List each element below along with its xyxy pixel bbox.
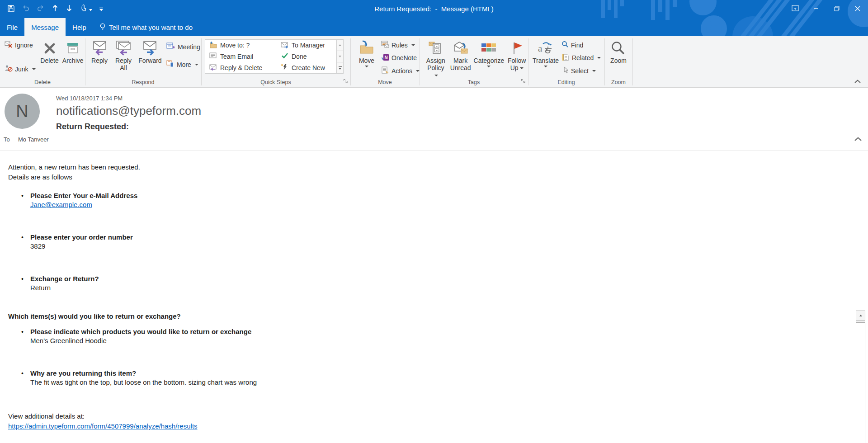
to-manager-icon: [281, 41, 289, 50]
more-button[interactable]: More: [166, 60, 200, 69]
dropdown-caret-icon: [416, 70, 420, 72]
ribbon: Ignore Junk Delete Archive Reply: [0, 36, 868, 88]
ignore-button[interactable]: Ignore: [5, 41, 38, 49]
onenote-button[interactable]: N OneNote: [381, 54, 420, 62]
previous-item-button[interactable]: [52, 4, 59, 14]
junk-button[interactable]: Junk: [5, 65, 38, 73]
collapse-header-chevron-icon[interactable]: [854, 135, 862, 143]
dropdown-caret-icon: [544, 66, 547, 67]
dropdown-caret-icon: [32, 68, 36, 70]
close-button[interactable]: [847, 0, 868, 18]
quick-step-reply-delete[interactable]: Reply & Delete: [205, 62, 277, 73]
reply-all-button[interactable]: Reply All: [111, 38, 136, 71]
tab-help[interactable]: Help: [66, 18, 93, 36]
group-respond: Reply Reply All Forward Meeting More: [85, 36, 201, 77]
ribbon-display-options-button[interactable]: [785, 0, 806, 18]
zoom-button[interactable]: Zoom: [606, 38, 631, 64]
list-item: Exchange or Return? Return: [30, 274, 841, 292]
reply-button[interactable]: Reply: [88, 38, 111, 64]
sender-address[interactable]: notifications@typeform.com: [56, 104, 201, 118]
gallery-more-button[interactable]: [337, 62, 344, 74]
message-date: Wed 10/18/2017 1:34 PM: [56, 95, 123, 102]
results-link[interactable]: https://admin.typeform.com/form/4507999/…: [8, 422, 198, 430]
answer-text: Return: [30, 283, 841, 292]
restore-icon: [834, 5, 840, 13]
select-button[interactable]: Select: [561, 66, 601, 75]
related-button[interactable]: Related: [561, 54, 601, 62]
ignore-label: Ignore: [15, 42, 33, 49]
redo-button[interactable]: [37, 5, 45, 14]
translate-button[interactable]: a Translate: [532, 38, 560, 67]
delete-icon: [42, 39, 57, 56]
intro-line: Attention, a new return has been request…: [8, 162, 841, 172]
to-label: To: [4, 136, 10, 143]
follow-up-button[interactable]: Follow Up: [505, 38, 528, 71]
quick-step-create-new[interactable]: Create New: [277, 62, 336, 73]
list-item: Please indicate which products you would…: [30, 327, 841, 345]
find-button[interactable]: Find: [561, 41, 601, 49]
restore-button[interactable]: [826, 0, 847, 18]
email-answer-link[interactable]: Jane@example.com: [30, 201, 92, 208]
delete-button[interactable]: Delete: [38, 38, 61, 64]
tab-file[interactable]: File: [0, 18, 24, 36]
archive-button[interactable]: Archive: [61, 38, 85, 64]
actions-label: Actions: [392, 67, 412, 75]
quick-step-to-manager[interactable]: To Manager: [277, 40, 336, 51]
actions-button[interactable]: Actions: [381, 66, 420, 75]
undo-button[interactable]: [22, 5, 30, 14]
scroll-up-button[interactable]: [856, 311, 865, 320]
group-label-editing: Editing: [557, 79, 575, 85]
quick-step-label: Move to: ?: [220, 42, 250, 49]
avatar-initial: N: [16, 102, 28, 121]
follow-up-label: Follow Up: [507, 57, 527, 71]
reply-delete-icon: [209, 63, 217, 72]
create-new-icon: [281, 63, 289, 72]
group-label-tags: Tags: [468, 79, 480, 85]
tab-message[interactable]: Message: [24, 18, 66, 36]
categorize-button[interactable]: Categorize: [472, 38, 506, 67]
collapse-ribbon-chevron-icon[interactable]: [854, 77, 861, 85]
customize-quick-access-button[interactable]: [99, 5, 104, 13]
close-icon: [855, 5, 860, 13]
vertical-scrollbar[interactable]: [856, 311, 865, 443]
save-button[interactable]: [7, 5, 15, 14]
group-label-respond: Respond: [132, 79, 154, 85]
minimize-button[interactable]: [806, 0, 826, 18]
group-label-zoom: Zoom: [611, 79, 626, 85]
actions-icon: [381, 66, 389, 75]
recipient-name[interactable]: Mo Tanveer: [18, 136, 49, 143]
group-delete: Ignore Junk Delete Archive: [0, 36, 85, 77]
forward-button[interactable]: Forward: [136, 38, 165, 64]
quick-step-done[interactable]: Done: [277, 51, 336, 62]
gallery-scroll-down-button[interactable]: [337, 51, 344, 62]
touch-mouse-mode-button[interactable]: [80, 4, 92, 14]
quick-step-label: Team Email: [220, 53, 253, 60]
move-button[interactable]: Move: [355, 38, 378, 67]
next-item-button[interactable]: [66, 4, 73, 14]
gallery-scroll-up-button[interactable]: [337, 39, 344, 51]
assign-policy-button[interactable]: Assign Policy: [423, 38, 449, 79]
select-cursor-icon: [561, 66, 569, 75]
quick-step-team-email[interactable]: Team Email: [205, 51, 277, 62]
dropdown-caret-icon: [592, 70, 596, 72]
meeting-button[interactable]: Meeting: [166, 42, 200, 51]
more-label: More: [177, 61, 191, 68]
dialog-launcher-icon[interactable]: [343, 79, 348, 85]
ribbon-group-labels: Delete Respond Quick Steps Move Tags Edi…: [0, 77, 632, 87]
question-text: Please indicate which products you would…: [30, 327, 841, 336]
rules-button[interactable]: Rules: [381, 41, 420, 49]
scrollbar-thumb[interactable]: [856, 322, 865, 443]
footer-label: View additional details at:: [8, 411, 841, 421]
group-label-move: Move: [378, 79, 392, 85]
find-label: Find: [571, 42, 583, 49]
arrow-down-icon: [66, 4, 73, 14]
avatar[interactable]: N: [5, 94, 40, 129]
quick-step-move-to[interactable]: Move to: ?: [205, 40, 277, 51]
list-item: Why are you returning this item? The fit…: [30, 369, 841, 387]
mark-unread-button[interactable]: Mark Unread: [449, 38, 472, 71]
tell-me-search[interactable]: Tell me what you want to do: [99, 18, 193, 36]
assign-policy-label: Assign Policy: [425, 57, 447, 79]
zoom-magnifier-icon: [610, 39, 627, 56]
related-icon: [561, 54, 570, 62]
dialog-launcher-icon[interactable]: [521, 79, 526, 85]
